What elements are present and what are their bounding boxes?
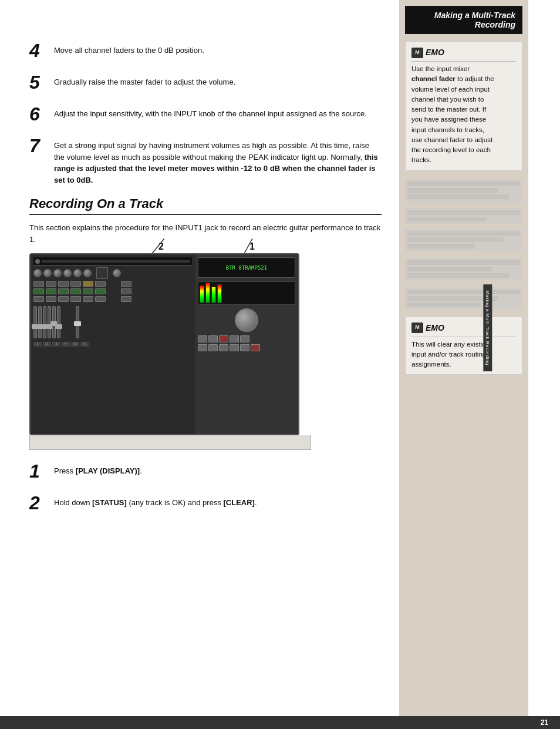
step-4: 4 Move all channel faders to the 0 dB po… [29,41,382,62]
fader-col [52,306,56,338]
display-text: BTR 8TRAMP521 [226,265,267,271]
step-7: 7 Get a strong input signal by having in… [29,136,382,186]
memo-line: channel fader to adjust the [411,74,516,84]
ch-label: 4 [62,342,70,347]
channel-btn[interactable] [58,281,69,287]
deco-bar [407,188,498,193]
track-row [198,344,295,351]
fader-track[interactable] [57,306,60,338]
memo-box-1: M EMO Use the input mixer channel fader … [405,41,522,171]
transport-row [198,335,295,342]
large-knob[interactable] [235,308,258,332]
fader-col [43,306,46,338]
step-number-2b: 2 [29,493,47,512]
meter-bar [217,284,222,303]
transport-btn[interactable] [230,335,239,342]
channel-btn[interactable] [46,296,56,302]
track-btn[interactable] [208,344,218,351]
btn-row-3 [33,296,192,302]
bottom-bar: 21 [0,716,560,729]
fader-track[interactable] [43,306,46,338]
image-label-2: 2 [158,241,164,252]
channel-btn-green[interactable] [33,288,44,294]
memo-line: input and/or track routing [411,350,516,360]
master-fader[interactable] [76,306,79,338]
header-bar: Making a Multi-Track Recording [405,6,522,34]
ch-label: 1 [33,342,42,347]
step-1b: 1 Press [PLAY (DISPLAY)]. [29,462,382,483]
channel-btn-green[interactable] [95,288,106,294]
memo-box-2: M EMO This will clear any existing input… [405,317,522,375]
deco-bar [407,231,520,236]
step-text-6: Adjust the input sensitivity, with the I… [54,105,367,120]
knob [43,269,52,277]
memo-content-1: Use the input mixer channel fader to adj… [411,64,516,166]
intro-text: This section explains the procedure for … [29,222,382,245]
deco-bar [407,260,520,265]
meter-bar [211,287,216,303]
fader-track[interactable] [52,306,56,338]
channel-btn[interactable] [95,281,106,287]
channel-btn[interactable] [95,296,106,302]
knob [113,269,121,277]
deco-bar [407,244,475,248]
pan-knob [96,267,108,279]
channel-btn[interactable] [70,296,81,302]
level-meters [198,281,295,305]
channel-btn-yellow[interactable] [83,281,93,287]
main-display: BTR 8TRAMP521 [198,257,295,278]
channel-btn-green[interactable] [46,288,56,294]
sidebar-decorative-section [405,179,522,251]
track-btn-red[interactable] [251,344,260,351]
memo-content-2: This will clear any existing input and/o… [411,340,516,370]
channel-btn-green[interactable] [58,288,69,294]
channel-btn[interactable] [70,281,81,287]
transport-btn[interactable] [240,335,249,342]
memo-title-1: M EMO [411,46,516,62]
track-btn[interactable] [230,344,239,351]
transport-btn[interactable] [208,335,218,342]
channel-btn[interactable] [58,296,69,302]
sidebar-deco-2 [405,208,522,224]
channel-btn-green[interactable] [70,288,81,294]
memo-line: volume level of each input [411,85,516,95]
memo-line: Use the input mixer [411,64,516,74]
step-number-7: 7 [29,136,47,155]
ch-label: 3 [52,342,60,347]
image-bottom-bar [29,435,311,450]
transport-btn[interactable] [198,335,207,342]
section-title: Recording On a Track [29,196,382,215]
device-image-wrapper: 2 1 [29,253,311,450]
deco-bar [407,182,520,186]
channel-btn[interactable] [33,296,44,302]
memo-icon-2: M [411,322,423,333]
page-number: 21 [541,718,548,727]
channel-btn[interactable] [121,288,131,294]
channel-btn[interactable] [83,296,93,302]
channel-btn[interactable] [46,281,56,287]
memo-line: the recording level to each [411,145,516,155]
steps-section: 4 Move all channel faders to the 0 dB po… [29,41,382,186]
channel-btn[interactable] [121,296,131,302]
sidebar-deco-5 [405,287,522,310]
btn-row-2 [33,288,192,294]
memo-line: send to the master out. If [411,105,516,115]
step-number-1b: 1 [29,462,47,481]
channel-labels: 1 2 3 4 5 6 [33,342,192,347]
track-btn[interactable] [240,344,249,351]
sidebar-tab: Making a Multi-Track Recording [484,285,492,372]
track-btn[interactable] [198,344,207,351]
knob [33,269,42,277]
channel-btn[interactable] [33,281,44,287]
deco-bar [407,194,509,199]
channel-btn-green[interactable] [83,288,93,294]
fader-track[interactable] [38,306,42,338]
channel-btn[interactable] [121,281,131,287]
record-btn[interactable] [219,335,228,342]
image-label-1: 1 [249,241,276,252]
track-btn[interactable] [219,344,228,351]
fader-track[interactable] [33,306,37,338]
deco-bar [407,217,486,221]
memo-label-2: EMO [426,322,444,334]
memo-icon-1: M [411,48,423,58]
